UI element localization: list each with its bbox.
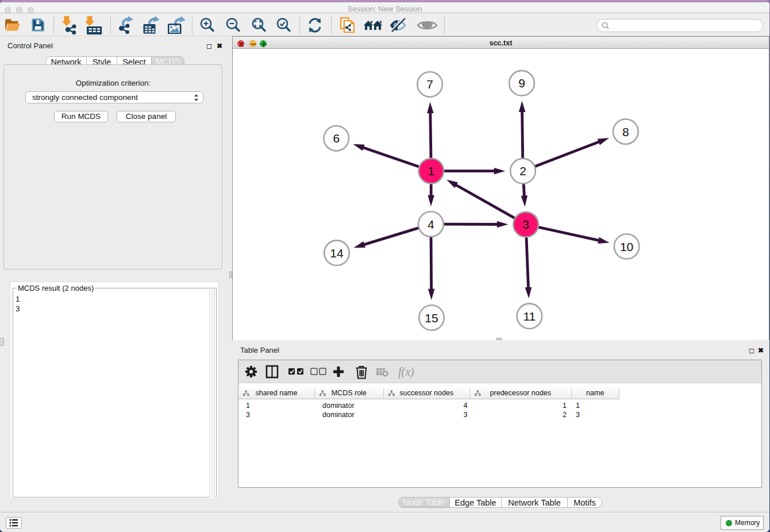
svg-text:15: 15 (425, 311, 438, 325)
svg-text:14: 14 (330, 246, 344, 260)
svg-text:6: 6 (333, 132, 340, 145)
svg-text:10: 10 (620, 240, 633, 253)
svg-text:9: 9 (518, 76, 525, 90)
svg-text:3: 3 (522, 218, 529, 231)
svg-text:2: 2 (519, 164, 526, 178)
svg-text:4: 4 (428, 218, 434, 231)
svg-text:8: 8 (622, 125, 629, 138)
svg-text:1: 1 (428, 164, 434, 178)
svg-text:f(x): f(x) (398, 365, 414, 379)
svg-text:11: 11 (523, 310, 536, 323)
svg-text:7: 7 (426, 78, 433, 91)
